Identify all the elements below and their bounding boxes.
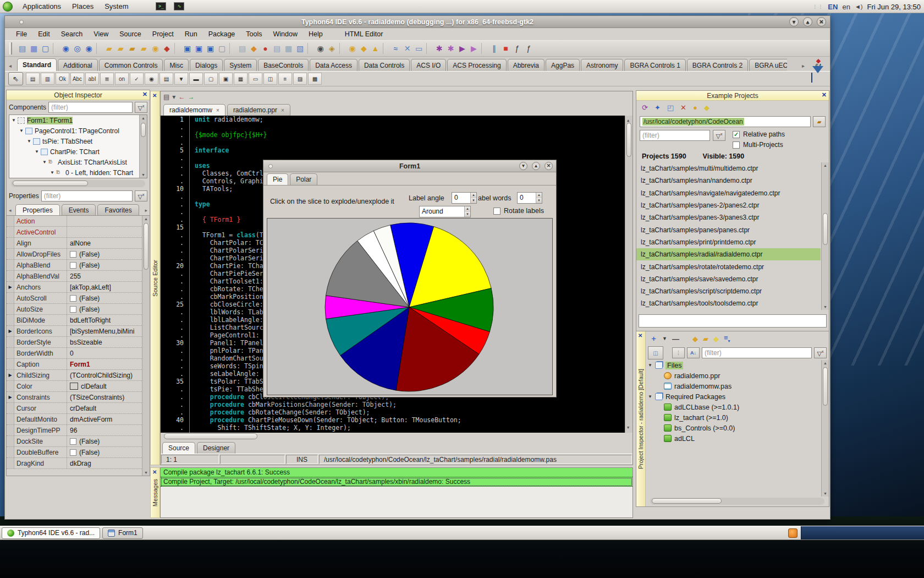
property-row[interactable]: AllowDropFiles(False) (7, 249, 142, 260)
project-list-item[interactable]: lz_taChart/samples/radial/radialdemo.ctp… (636, 248, 821, 260)
project-list-item[interactable]: lz_taChart/samples/print/printdemo.ctpr (636, 236, 821, 248)
close-icon[interactable]: ✕ (142, 91, 147, 98)
property-value[interactable]: (False) (67, 447, 142, 457)
components-tree-item[interactable]: ▼ChartPie: TChart (9, 146, 147, 157)
cut-icon[interactable]: ◆ (161, 43, 173, 54)
property-row[interactable]: ▶Constraints(TSizeConstraints) (7, 392, 142, 403)
label-words-spinner[interactable]: 0 ▲▼ (517, 192, 542, 204)
build-all-icon[interactable]: ✱ (445, 43, 457, 54)
taskbar-notification-icon[interactable] (788, 528, 798, 538)
menu-window[interactable]: Window (267, 29, 302, 39)
oi-tab-properties[interactable]: Properties (15, 204, 60, 215)
project-wizard-icon[interactable]: ◆ (358, 43, 370, 54)
spin-up-icon[interactable]: ▲ (536, 193, 542, 198)
menu-source[interactable]: Source (114, 29, 147, 39)
components-tree-item[interactable]: ▼℔0 - Left, hidden: TChart (9, 167, 147, 178)
project-options-icon[interactable]: ◉ (346, 43, 358, 54)
distro-logo-icon[interactable] (3, 2, 13, 12)
property-row[interactable]: ▶Anchors[akTop,akLeft] (7, 282, 142, 293)
project-group-icon[interactable]: ● (260, 43, 271, 54)
property-value[interactable]: (TSizeConstraints) (67, 392, 142, 402)
property-expand-icon[interactable]: ▶ (7, 326, 14, 336)
palette-tab-basecontrols[interactable]: BaseControls (258, 59, 309, 71)
property-row[interactable]: CursorcrDefault (7, 403, 142, 414)
pie-chart[interactable] (267, 219, 552, 395)
project-inspector-item[interactable]: bs_Controls (>=0.0) (646, 423, 829, 433)
project-list-item[interactable]: lz_taChart/samples/panes-3/panes3.ctpr (636, 211, 821, 223)
expand-icon[interactable]: ▼ (50, 170, 55, 175)
property-row[interactable]: AlignalNone (7, 238, 142, 249)
project-inspector-item[interactable]: lz_tachart (>=1.0) (646, 412, 829, 423)
applet-handle[interactable]: ⋮⋮ (812, 4, 823, 9)
property-value[interactable]: dkDrag (67, 458, 142, 468)
property-value[interactable]: 0 (67, 348, 142, 358)
view-forms-icon[interactable]: ◎ (72, 43, 83, 54)
palette-tab-aggpas[interactable]: AggPas (546, 59, 580, 71)
menu-html-editor[interactable]: HTML Editor (339, 29, 389, 39)
keyboard-layout-indicator[interactable]: EN (828, 3, 838, 11)
find-replace-icon[interactable]: ◈ (326, 43, 338, 54)
configure-build-icon[interactable]: ✕ (402, 43, 413, 54)
property-value[interactable]: [biSystemMenu,biMini (67, 326, 142, 336)
property-value[interactable]: Form1 (67, 359, 142, 369)
palette-tab-abbrevia[interactable]: Abbrevia (508, 59, 544, 71)
terminal-tray-icon[interactable]: >_ (156, 2, 166, 10)
toolbar-handle[interactable] (9, 42, 12, 54)
folder-alert-icon[interactable]: ▰ (138, 43, 150, 54)
property-row[interactable]: ▶ChildSizing(TControlChildSizing) (7, 370, 142, 381)
maximize-icon[interactable]: ▴ (532, 162, 540, 170)
property-row[interactable]: DragKinddkDrag (7, 458, 142, 469)
palette-scroll-right-icon[interactable]: ▸ (802, 63, 805, 69)
palette-tab-standard[interactable]: Standard (17, 58, 57, 71)
components-filter-input[interactable]: (filter) (48, 102, 133, 113)
property-value[interactable]: 255 (67, 271, 142, 281)
build-icon[interactable]: ✱ (433, 43, 445, 54)
form-editor-icon[interactable]: ▤ (237, 43, 248, 54)
palette-tab-data-access[interactable]: Data Access (310, 59, 358, 71)
label-position-combo[interactable]: Around ▲▼ (419, 206, 471, 217)
menu-edit[interactable]: Edit (32, 29, 56, 39)
component-tcheckgroup[interactable]: ▦ (234, 73, 248, 85)
run-menu-icon[interactable]: ▶ (468, 43, 480, 54)
remove-item-icon[interactable]: — (672, 335, 679, 343)
property-value[interactable]: bdLeftToRight (67, 315, 142, 325)
property-row[interactable]: DefaultMonitodmActiveForm (7, 414, 142, 425)
dropdown-icon[interactable]: ▾ (172, 93, 175, 101)
component-ttoolbar[interactable]: ▩ (308, 73, 322, 85)
pointer-tool-button[interactable]: ⇖ (8, 72, 23, 85)
project-list-item[interactable]: lz_taChart/samples/nan/nandemo.ctpr (636, 175, 821, 187)
property-row[interactable]: BorderStylebsSizeable (7, 337, 142, 348)
paste-icon[interactable]: ▢ (216, 43, 228, 54)
new-unit-icon[interactable]: ▤ (16, 43, 28, 54)
component-tmemo[interactable]: ≣ (100, 73, 114, 85)
component-tradiobutton[interactable]: ◉ (145, 73, 158, 85)
folder-web-icon[interactable]: ● (693, 103, 697, 112)
code-hscrollbar[interactable] (161, 433, 632, 440)
property-row[interactable]: ActiveControl (7, 227, 142, 238)
checkbox[interactable] (70, 449, 76, 456)
property-row[interactable]: ▶BorderIcons[biSystemMenu,biMini (7, 326, 142, 337)
palette-tab-bgra-controls-1[interactable]: BGRA Controls 1 (624, 59, 685, 71)
property-value[interactable]: 96 (67, 425, 142, 435)
filter-clear-icon[interactable]: ▽x (135, 102, 147, 113)
editor-view-tab-designer[interactable]: Designer (197, 442, 235, 454)
component-ttogglebox[interactable]: on (115, 73, 129, 85)
browse-folder-icon[interactable]: ▰ (813, 116, 826, 127)
component-timagelist[interactable]: ▨ (293, 73, 307, 85)
form1-tab-polar[interactable]: Polar (290, 173, 317, 185)
property-row[interactable]: DockSite(False) (7, 436, 142, 447)
stop-icon[interactable]: ■ (500, 43, 512, 54)
save-all-icon[interactable]: ▣ (205, 43, 216, 54)
step-into-icon[interactable]: ƒ (512, 43, 523, 54)
ide-titlebar[interactable]: Typhon64 IDE v6.6 - radialdemo (debuggin… (5, 16, 830, 28)
close-tab-icon[interactable]: × (216, 107, 219, 113)
project-list-item[interactable]: lz_taChart/samples/panes/panes.ctpr (636, 223, 821, 236)
palette-tab-additional[interactable]: Additional (58, 59, 98, 71)
palette-tab-acs-i-o[interactable]: ACS I/O (411, 59, 446, 71)
oi-tab-events[interactable]: Events (62, 204, 96, 215)
checkbox[interactable] (70, 251, 76, 258)
property-value[interactable]: (False) (67, 293, 142, 303)
palette-tab-astronomy[interactable]: Astronomy (581, 59, 623, 71)
property-value[interactable]: (TControlChildSizing) (67, 370, 142, 380)
component-tactionlist[interactable]: ≡ (278, 73, 292, 85)
